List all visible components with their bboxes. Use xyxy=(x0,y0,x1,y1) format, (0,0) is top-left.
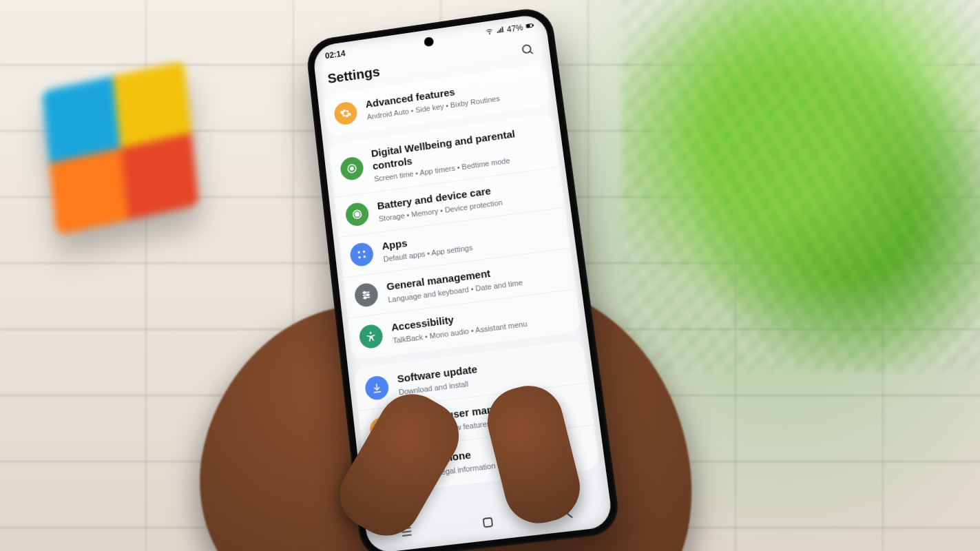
plant-prop xyxy=(622,0,980,372)
battery-icon xyxy=(344,202,370,227)
svg-point-18 xyxy=(367,294,369,296)
apps-icon xyxy=(349,242,375,268)
svg-point-7 xyxy=(351,167,354,170)
svg-line-26 xyxy=(403,534,412,536)
svg-point-19 xyxy=(364,297,366,299)
search-button[interactable] xyxy=(517,39,538,61)
clock: 02:14 xyxy=(324,49,346,61)
wellbeing-icon xyxy=(340,156,365,181)
settings-group: Digital Wellbeing and parental controlsS… xyxy=(329,113,582,360)
svg-point-13 xyxy=(364,256,366,258)
svg-point-10 xyxy=(357,251,360,254)
battery-icon xyxy=(525,21,534,32)
svg-line-5 xyxy=(530,51,533,54)
home-button[interactable] xyxy=(466,513,510,535)
svg-point-12 xyxy=(358,256,361,259)
gear-icon xyxy=(333,101,358,126)
svg-point-0 xyxy=(489,33,490,34)
accessibility-icon xyxy=(358,323,384,349)
search-icon xyxy=(520,41,535,59)
general-icon xyxy=(353,282,379,309)
svg-rect-3 xyxy=(527,24,530,26)
svg-point-20 xyxy=(369,331,371,333)
battery-text: 47% xyxy=(506,23,523,34)
svg-line-21 xyxy=(374,391,381,392)
svg-point-9 xyxy=(355,212,359,217)
svg-rect-27 xyxy=(483,518,492,527)
update-icon xyxy=(364,375,390,401)
svg-point-17 xyxy=(364,292,366,294)
svg-point-11 xyxy=(363,251,366,253)
svg-point-4 xyxy=(522,44,531,53)
svg-rect-2 xyxy=(532,24,533,25)
page-title: Settings xyxy=(327,64,381,87)
scene-background: 02:14 47% xyxy=(0,0,980,551)
svg-line-25 xyxy=(402,531,411,532)
signal-icon xyxy=(496,25,505,37)
wifi-icon xyxy=(485,27,494,38)
rubiks-cube-prop xyxy=(42,61,199,236)
